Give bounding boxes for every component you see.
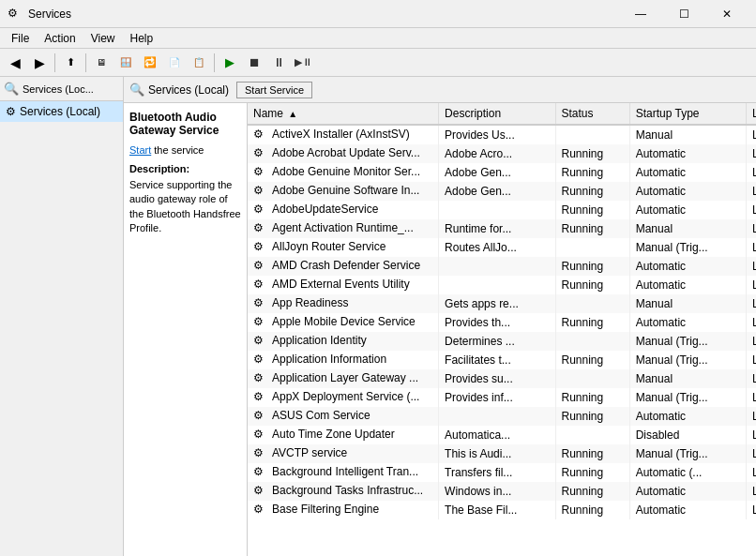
service-row-icon: ⚙: [253, 203, 268, 218]
sort-arrow-name: ▲: [288, 109, 297, 119]
service-log-cell: Loca...: [747, 501, 756, 519]
service-row-icon: ⚙: [253, 165, 268, 180]
service-log-cell: Loca...: [747, 369, 756, 388]
service-status-cell: Running: [555, 463, 629, 482]
table-row[interactable]: ⚙ActiveX Installer (AxInstSV)Provides Us…: [248, 125, 756, 144]
table-row[interactable]: ⚙AllJoyn Router ServiceRoutes AllJo...Ma…: [248, 238, 756, 257]
table-row[interactable]: ⚙AppX Deployment Service (...Provides in…: [248, 388, 756, 407]
service-desc-cell: [439, 407, 555, 426]
service-log-cell: Loca...: [747, 238, 756, 257]
menu-action[interactable]: Action: [37, 30, 83, 47]
table-row[interactable]: ⚙Adobe Genuine Software In...Adobe Gen..…: [248, 182, 756, 201]
table-row[interactable]: ⚙AdobeUpdateServiceRunningAutomaticLoca.…: [248, 201, 756, 219]
service-name-cell: Application Identity: [272, 334, 367, 347]
services-table-container[interactable]: Name ▲ Description Status Startup Type L…: [248, 103, 756, 556]
menu-file[interactable]: File: [4, 30, 37, 47]
window-title: Services: [28, 8, 619, 21]
toolbar-separator-3: [214, 53, 215, 72]
right-address-icon: 🔍: [129, 83, 144, 97]
new-window-button[interactable]: 🪟: [114, 52, 137, 74]
table-row[interactable]: ⚙Agent Activation Runtime_...Runtime for…: [248, 219, 756, 238]
table-row[interactable]: ⚙Background Intelligent Tran...Transfers…: [248, 463, 756, 482]
forward-button[interactable]: ▶: [28, 52, 51, 74]
address-bar: 🔍 Services (Loc...: [0, 77, 123, 101]
service-status-cell: Running: [555, 351, 629, 369]
service-name-cell: Agent Activation Runtime_...: [272, 221, 414, 234]
service-startup-cell: Manual (Trig...: [629, 351, 746, 369]
table-row[interactable]: ⚙Adobe Acrobat Update Serv...Adobe Acro.…: [248, 144, 756, 163]
show-hide-console-button[interactable]: 🖥: [90, 52, 113, 74]
service-name-cell: Adobe Genuine Monitor Ser...: [272, 165, 420, 178]
col-description[interactable]: Description: [439, 103, 555, 125]
table-row[interactable]: ⚙App ReadinessGets apps re...ManualLoca.…: [248, 294, 756, 313]
col-name[interactable]: Name ▲: [248, 103, 439, 125]
service-desc-cell: Facilitates t...: [439, 351, 555, 369]
table-row[interactable]: ⚙Auto Time Zone UpdaterAutomatica...Disa…: [248, 426, 756, 444]
service-row-icon: ⚙: [253, 465, 268, 480]
start-service-address-button[interactable]: Start Service: [236, 82, 312, 98]
service-startup-cell: Automatic: [629, 501, 746, 519]
service-status-cell: Running: [555, 182, 629, 201]
services-local-icon: ⚙: [6, 105, 16, 118]
service-row-icon: ⚙: [253, 278, 268, 293]
table-row[interactable]: ⚙Base Filtering EngineThe Base Fil...Run…: [248, 501, 756, 519]
table-row[interactable]: ⚙Background Tasks Infrastruc...Windows i…: [248, 482, 756, 501]
col-log-on[interactable]: Log...: [747, 103, 756, 125]
table-row[interactable]: ⚙AMD Crash Defender ServiceRunningAutoma…: [248, 257, 756, 276]
menu-help[interactable]: Help: [123, 30, 161, 47]
service-status-cell: [555, 125, 629, 144]
service-desc-cell: Adobe Gen...: [439, 182, 555, 201]
stop-service-toolbar-button[interactable]: ⏹: [243, 52, 265, 74]
service-startup-cell: Automatic: [629, 182, 746, 201]
service-status-cell: Running: [555, 201, 629, 219]
table-row[interactable]: ⚙AMD External Events UtilityRunningAutom…: [248, 276, 756, 294]
start-service-toolbar-button[interactable]: ▶: [219, 52, 241, 74]
service-name-title: Bluetooth Audio Gateway Service: [129, 111, 241, 137]
service-desc-cell: Automatica...: [439, 426, 555, 444]
menu-view[interactable]: View: [83, 30, 123, 47]
service-desc-cell: Adobe Gen...: [439, 163, 555, 182]
desc-title: Description:: [129, 163, 241, 174]
table-row[interactable]: ⚙AVCTP serviceThis is Audi...RunningManu…: [248, 444, 756, 463]
export-button[interactable]: 📄: [163, 52, 186, 74]
col-status[interactable]: Status: [555, 103, 629, 125]
pause-service-toolbar-button[interactable]: ⏸: [267, 52, 290, 74]
properties-button[interactable]: 📋: [188, 52, 210, 74]
table-row[interactable]: ⚙ASUS Com ServiceRunningAutomaticLoca...: [248, 407, 756, 426]
service-name-cell: Adobe Acrobat Update Serv...: [272, 146, 420, 159]
back-button[interactable]: ◀: [4, 52, 26, 74]
col-startup-type[interactable]: Startup Type: [629, 103, 746, 125]
restart-service-toolbar-button[interactable]: ▶⏸: [292, 52, 314, 74]
service-status-cell: Running: [555, 388, 629, 407]
table-row[interactable]: ⚙Adobe Genuine Monitor Ser...Adobe Gen..…: [248, 163, 756, 182]
service-row-icon: ⚙: [253, 184, 268, 199]
refresh-button[interactable]: 🔁: [139, 52, 161, 74]
service-name-cell: AppX Deployment Service (...: [272, 390, 419, 403]
service-desc-cell: Provides Us...: [439, 125, 555, 144]
service-row-icon: ⚙: [253, 221, 268, 236]
service-name-cell: ActiveX Installer (AxInstSV): [272, 128, 410, 141]
left-nav: 🔍 Services (Loc... ⚙ Services (Local): [0, 77, 124, 556]
service-log-cell: Loca...: [747, 407, 756, 426]
table-row[interactable]: ⚙Application IdentityDetermines ...Manua…: [248, 332, 756, 351]
table-row[interactable]: ⚙Application InformationFacilitates t...…: [248, 351, 756, 369]
service-startup-cell: Automatic: [629, 407, 746, 426]
service-log-cell: Loca...: [747, 482, 756, 501]
service-log-cell: Loca...: [747, 163, 756, 182]
service-name-cell: AllJoyn Router Service: [272, 240, 386, 253]
start-link[interactable]: Start: [129, 144, 151, 156]
table-row[interactable]: ⚙Application Layer Gateway ...Provides s…: [248, 369, 756, 388]
nav-item-label: Services (Local): [20, 105, 100, 118]
service-startup-cell: Automatic: [629, 276, 746, 294]
up-button[interactable]: ⬆: [59, 52, 82, 74]
table-row[interactable]: ⚙Apple Mobile Device ServiceProvides th.…: [248, 313, 756, 332]
maximize-button[interactable]: ☐: [662, 0, 705, 28]
service-status-cell: Running: [555, 144, 629, 163]
service-status-cell: Running: [555, 482, 629, 501]
service-log-cell: Loca...: [747, 219, 756, 238]
service-name-cell: Apple Mobile Device Service: [272, 315, 416, 328]
close-button[interactable]: ✕: [705, 0, 748, 28]
service-startup-cell: Manual: [629, 125, 746, 144]
minimize-button[interactable]: —: [619, 0, 662, 28]
nav-item-services-local[interactable]: ⚙ Services (Local): [0, 101, 123, 122]
